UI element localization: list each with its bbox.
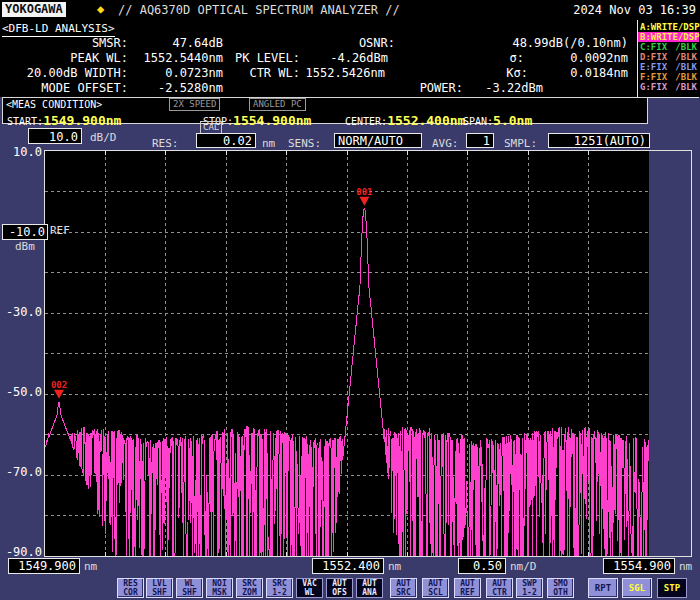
ctr-wl-label: CTR WL:	[249, 66, 300, 80]
sigma-value: 0.0092nm	[570, 51, 628, 65]
btn-aut-ctr[interactable]: AUTCTR	[486, 578, 513, 598]
x-stop-unit: nm	[679, 560, 692, 573]
x-start-field[interactable]: 1549.900	[8, 558, 80, 574]
meas-span[interactable]: SPAN:5.0nm	[463, 110, 532, 129]
y-label--300: -30.0	[2, 305, 42, 319]
x-center-field[interactable]: 1552.400	[312, 558, 384, 574]
btn-wl-shf[interactable]: WLSHF	[176, 578, 203, 598]
res-field[interactable]: 0.02	[196, 133, 256, 148]
meas-center[interactable]: CENTER:1552.400nm	[345, 110, 465, 129]
ref-level-label: REF	[50, 224, 70, 237]
btn-res-cor[interactable]: RESCOR	[117, 578, 144, 598]
x-perdiv-group: 0.50 nm/D	[458, 558, 558, 574]
trace-status-panel: A:WRITE/DSPB:WRITE/DSPC:FIX/BLKD:FIX/BLK…	[637, 20, 699, 98]
osnr-value: 48.99dB(/0.10nm)	[512, 36, 628, 50]
res-unit: nm	[262, 137, 275, 150]
osa-screen: YOKOGAWA ◆ // AQ6370D OPTICAL SPECTRUM A…	[0, 0, 700, 600]
plot-right-margin	[649, 151, 691, 556]
btn-src-1-2[interactable]: SRC1-2	[266, 578, 293, 598]
btn-aut-ofs[interactable]: AUTOFS	[326, 578, 353, 598]
btn-stp[interactable]: STP	[657, 578, 687, 598]
trace-row-d[interactable]: D:FIX/BLK	[638, 52, 699, 62]
mode-offset-label: MODE OFFSET:	[41, 81, 128, 95]
meas-condition-box: <MEAS CONDITION> 2X SPEEDANGLED PCSTART:…	[2, 97, 648, 124]
mode-offset-value: -2.5280nm	[158, 81, 223, 95]
btn-rpt[interactable]: RPT	[588, 578, 618, 598]
smpl-label: SMPL:	[504, 137, 537, 150]
peak-marker-002[interactable]	[54, 390, 64, 399]
logo-diamond-icon: ◆	[97, 2, 104, 17]
x-center-group: 1552.400 nm	[312, 558, 422, 574]
smpl-field[interactable]: 1251(AUTO)	[548, 133, 650, 148]
datetime-display: 2024 Nov 03 16:39	[573, 3, 696, 17]
peak-marker-label-002: 002	[51, 380, 67, 390]
page-title: // AQ6370D OPTICAL SPECTRUM ANALYZER //	[118, 3, 400, 17]
ctr-wl-value: 1552.5426nm	[306, 66, 385, 80]
plot-frame: 001002 REF	[44, 150, 692, 557]
sigma-label: σ:	[510, 51, 524, 65]
y-label--700: -70.0	[2, 465, 42, 479]
width20-value: 0.0723nm	[165, 66, 223, 80]
btn-sgl[interactable]: SGL	[622, 578, 652, 598]
y-label--900: -90.0	[2, 545, 42, 559]
trace-row-g[interactable]: G:FIX/BLK	[638, 82, 699, 92]
smsr-value: 47.64dB	[172, 36, 223, 50]
spectrum-plot: 001002 REF	[45, 151, 649, 556]
x-center-unit: nm	[388, 560, 401, 573]
header-bar: YOKOGAWA ◆ // AQ6370D OPTICAL SPECTRUM A…	[0, 0, 700, 20]
pk-level-value: -4.26dBm	[330, 51, 388, 65]
btn-aut-src[interactable]: AUTSRC	[390, 578, 417, 598]
btn-swp-1-2[interactable]: SWP1-2	[516, 578, 543, 598]
y-axis-unit: dBm	[15, 240, 35, 253]
osnr-label: OSNR:	[359, 36, 395, 50]
x-perdiv-field[interactable]: 0.50	[458, 558, 506, 574]
trace-row-a[interactable]: A:WRITE/DSP	[638, 22, 699, 32]
yokogawa-logo: YOKOGAWA	[2, 2, 66, 17]
x-start-unit: nm	[84, 560, 97, 573]
pk-level-label: PK LEVEL:	[235, 51, 300, 65]
y-label--100: -10.0	[2, 224, 48, 240]
x-stop-field[interactable]: 1554.900	[603, 558, 675, 574]
k-sigma-label: Kσ:	[506, 66, 528, 80]
meas-condition-title: <MEAS CONDITION>	[6, 99, 102, 110]
res-label: RES:	[152, 137, 179, 150]
trace-row-b[interactable]: B:WRITE/DSP	[638, 32, 699, 42]
level-scale-field[interactable]: 10.0	[28, 128, 82, 144]
sens-field[interactable]: NORM/AUTO	[334, 133, 422, 148]
width20-label: 20.00dB WIDTH:	[27, 66, 128, 80]
avg-label: AVG:	[432, 137, 459, 150]
btn-smo-oth[interactable]: SMOOTH	[547, 578, 574, 598]
smsr-label: SMSR:	[92, 36, 128, 50]
meas-start[interactable]: START:1549.900nm	[7, 110, 121, 129]
x-perdiv-unit: nm/D	[510, 560, 537, 573]
peak-marker-001[interactable]	[359, 197, 369, 206]
btn-aut-ref[interactable]: AUTREF	[454, 578, 481, 598]
btn-noi-msk[interactable]: NOIMSK	[206, 578, 233, 598]
x-stop-group: 1554.900 nm	[603, 558, 699, 574]
btn-aut-scl[interactable]: AUTSCL	[422, 578, 449, 598]
trace-row-c[interactable]: C:FIX/BLK	[638, 42, 699, 52]
peak-wl-value: 1552.5440nm	[144, 51, 223, 65]
y-label-100: 10.0	[2, 145, 42, 159]
trace-row-f[interactable]: F:FIX/BLK	[638, 72, 699, 82]
btn-src-zom[interactable]: SRCZOM	[236, 578, 263, 598]
y-label--500: -50.0	[2, 385, 42, 399]
avg-field[interactable]: 1	[466, 133, 494, 148]
analysis-title: <DFB-LD ANALYSIS>	[2, 22, 115, 37]
peak-marker-label-001: 001	[356, 187, 372, 197]
power-value: -3.22dBm	[485, 81, 543, 95]
power-label: POWER:	[420, 81, 463, 95]
level-scale-unit: dB/D	[90, 131, 117, 144]
sens-label: SENS:	[288, 137, 321, 150]
analysis-panel: <DFB-LD ANALYSIS> SMSR: 47.64dB OSNR: 48…	[0, 20, 700, 97]
spectrum-svg: 001002	[45, 151, 649, 556]
trace-row-e[interactable]: E:FIX/BLK	[638, 62, 699, 72]
btn-lvl-shf[interactable]: LVLSHF	[146, 578, 173, 598]
x-start-group: 1549.900 nm	[8, 558, 118, 574]
btn-aut-ana[interactable]: AUTANA	[356, 578, 383, 598]
btn-vac-wl[interactable]: VACWL	[296, 578, 323, 598]
peak-wl-label: PEAK WL:	[70, 51, 128, 65]
k-sigma-value: 0.0184nm	[570, 66, 628, 80]
